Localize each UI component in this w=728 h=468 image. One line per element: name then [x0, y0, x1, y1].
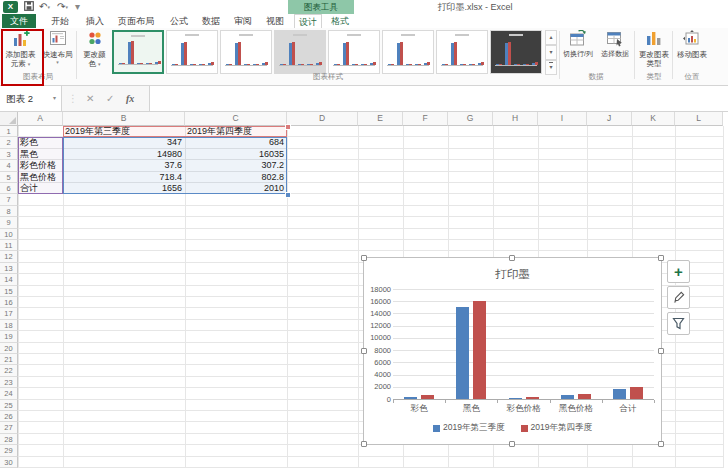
value-cell[interactable]: 347: [63, 137, 185, 148]
row-header-18[interactable]: 18: [0, 320, 18, 331]
select-all-corner[interactable]: [0, 112, 18, 126]
gallery-scroll-up-button[interactable]: ▴: [545, 30, 557, 45]
chart-style-thumbnail[interactable]: [166, 30, 218, 74]
chart-filters-button[interactable]: [667, 312, 690, 335]
save-icon[interactable]: [24, 1, 34, 14]
tab-formulas[interactable]: 公式: [164, 14, 194, 28]
add-chart-element-button[interactable]: 添加图表元素 ▾: [3, 30, 38, 68]
column-header-K[interactable]: K: [632, 112, 675, 126]
column-header-G[interactable]: G: [448, 112, 493, 126]
redo-button[interactable]: ↷▾: [57, 1, 68, 13]
row-header-8[interactable]: 8: [0, 206, 18, 217]
switch-row-column-button[interactable]: 切换行/列: [560, 30, 596, 59]
gallery-more-button[interactable]: ▾: [545, 60, 557, 75]
insert-function-button[interactable]: fx: [126, 86, 134, 111]
change-colors-button[interactable]: 更改颜色 ▾: [79, 30, 110, 68]
row-header-27[interactable]: 27: [0, 422, 18, 433]
chart-selection-handle[interactable]: [658, 348, 664, 354]
row-header-15[interactable]: 15: [0, 286, 18, 297]
category-cell[interactable]: 合计: [18, 183, 63, 194]
column-header-F[interactable]: F: [403, 112, 448, 126]
formula-input[interactable]: [149, 86, 728, 111]
chart-selection-handle[interactable]: [361, 441, 367, 447]
row-header-5[interactable]: 5: [0, 172, 18, 183]
select-data-button[interactable]: 选择数据: [598, 30, 632, 59]
legend-item[interactable]: 2019年第四季度: [521, 422, 592, 434]
row-header-28[interactable]: 28: [0, 434, 18, 445]
fill-handle[interactable]: [285, 192, 291, 198]
series-header-cell[interactable]: 2019年第四季度: [185, 126, 287, 137]
column-header-I[interactable]: I: [538, 112, 587, 126]
chart-style-thumbnail[interactable]: [328, 30, 380, 74]
tab-design[interactable]: 设计: [294, 14, 322, 28]
chart-bar[interactable]: [613, 389, 626, 399]
value-cell[interactable]: 16035: [185, 149, 287, 160]
legend-item[interactable]: 2019年第三季度: [433, 422, 504, 434]
value-cell[interactable]: 1656: [63, 183, 185, 194]
value-cell[interactable]: 14980: [63, 149, 185, 160]
row-header-22[interactable]: 22: [0, 365, 18, 376]
value-cell[interactable]: 684: [185, 137, 287, 148]
category-cell[interactable]: 黑色价格: [18, 172, 63, 183]
chart-selection-handle[interactable]: [658, 441, 664, 447]
row-header-13[interactable]: 13: [0, 263, 18, 274]
value-cell[interactable]: 307.2: [185, 160, 287, 171]
column-header-D[interactable]: D: [287, 112, 358, 126]
row-header-21[interactable]: 21: [0, 354, 18, 365]
series-header-cell[interactable]: 2019年第三季度: [63, 126, 185, 137]
chart-style-thumbnail[interactable]: [382, 30, 434, 74]
row-header-9[interactable]: 9: [0, 217, 18, 228]
tab-file[interactable]: 文件: [2, 14, 36, 28]
category-cell[interactable]: 彩色价格: [18, 160, 63, 171]
tab-data[interactable]: 数据: [196, 14, 226, 28]
tab-view[interactable]: 视图: [260, 14, 290, 28]
chart-bar[interactable]: [473, 301, 486, 399]
row-header-14[interactable]: 14: [0, 274, 18, 285]
chart-selection-handle[interactable]: [658, 255, 664, 261]
tab-format[interactable]: 格式: [326, 14, 354, 28]
row-header-19[interactable]: 19: [0, 331, 18, 342]
cancel-formula-button[interactable]: ✕: [86, 86, 94, 111]
chart-elements-button[interactable]: +: [667, 260, 690, 283]
row-header-10[interactable]: 10: [0, 229, 18, 240]
row-header-25[interactable]: 25: [0, 400, 18, 411]
row-header-12[interactable]: 12: [0, 251, 18, 262]
row-header-7[interactable]: 7: [0, 194, 18, 205]
tab-page-layout[interactable]: 页面布局: [112, 14, 160, 28]
column-header-C[interactable]: C: [185, 112, 287, 126]
gallery-scroll-down-button[interactable]: ▾: [545, 45, 557, 60]
chart-title[interactable]: 打印墨: [364, 267, 661, 282]
row-header-4[interactable]: 4: [0, 160, 18, 171]
row-header-3[interactable]: 3: [0, 149, 18, 160]
chart-style-thumbnail[interactable]: [274, 30, 326, 74]
range-handle[interactable]: [285, 124, 291, 130]
column-header-H[interactable]: H: [493, 112, 538, 126]
row-header-20[interactable]: 20: [0, 343, 18, 354]
column-header-A[interactable]: A: [18, 112, 63, 126]
chart-bar[interactable]: [630, 387, 643, 399]
chart-selection-handle[interactable]: [509, 441, 515, 447]
chart-selection-handle[interactable]: [361, 348, 367, 354]
undo-dropdown-icon[interactable]: ▾: [47, 4, 50, 10]
chart-selection-handle[interactable]: [509, 255, 515, 261]
tab-home[interactable]: 开始: [44, 14, 76, 28]
name-box-dropdown-icon[interactable]: ▾: [53, 86, 56, 111]
value-cell[interactable]: 2010: [185, 183, 287, 194]
row-header-6[interactable]: 6: [0, 183, 18, 194]
tab-review[interactable]: 审阅: [228, 14, 258, 28]
chart-style-thumbnail[interactable]: [112, 30, 164, 74]
row-header-17[interactable]: 17: [0, 308, 18, 319]
tab-insert[interactable]: 插入: [80, 14, 110, 28]
chart-style-thumbnail[interactable]: [220, 30, 272, 74]
row-header-24[interactable]: 24: [0, 388, 18, 399]
column-header-E[interactable]: E: [358, 112, 403, 126]
value-cell[interactable]: 802.8: [185, 172, 287, 183]
chart-bar[interactable]: [456, 307, 469, 399]
quick-layout-button[interactable]: 快速布局 ▾: [41, 30, 74, 65]
category-cell[interactable]: 彩色: [18, 137, 63, 148]
column-header-B[interactable]: B: [63, 112, 185, 126]
value-cell[interactable]: 37.6: [63, 160, 185, 171]
value-cell[interactable]: 718.4: [63, 172, 185, 183]
row-header-23[interactable]: 23: [0, 377, 18, 388]
row-header-29[interactable]: 29: [0, 445, 18, 456]
